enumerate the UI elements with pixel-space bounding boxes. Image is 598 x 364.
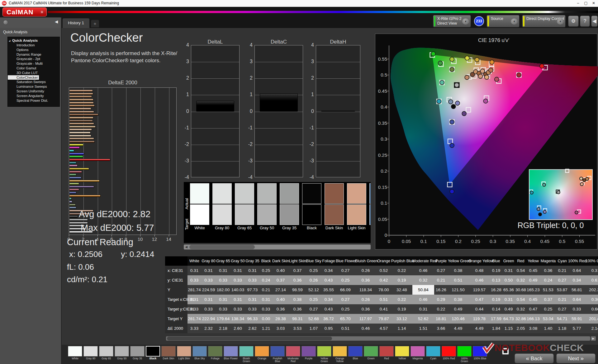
deltae-bar [69, 128, 92, 131]
next-button[interactable]: Next » [556, 353, 596, 363]
patch-swatch-button[interactable]: Cyan [426, 346, 440, 360]
meter-count-badge[interactable]: 233 [474, 16, 484, 26]
minimize-button[interactable]: – [574, 0, 582, 6]
table-cell: 140.03 [230, 285, 245, 295]
patch-swatch-button[interactable]: Gray 35 [130, 346, 145, 360]
sidebar-item[interactable]: ColorChecker [8, 75, 39, 80]
deltae-bar [69, 177, 81, 179]
patch-swatch-button[interactable]: Yellow Green [317, 346, 331, 363]
gridline [191, 161, 239, 161]
sidebar-item[interactable]: 3D Cube LUT [8, 71, 59, 75]
xy-readout: x: 0.2506 y: 0.2414 [69, 250, 154, 259]
patch-swatch-button[interactable]: 100% Red [442, 346, 456, 360]
table-scrollbar[interactable]: ▶ [166, 336, 590, 341]
sidebar-item[interactable]: Options [8, 48, 59, 52]
patch-color [255, 346, 269, 357]
sidebar-item[interactable]: Screen Uniformity [8, 89, 59, 94]
patch-swatch-button[interactable]: Light Skin [177, 346, 191, 360]
patch-swatch-button[interactable]: Foliage [208, 346, 222, 360]
table-cell: 78.00 [376, 285, 391, 295]
patch-strip-scrollbar[interactable]: ◀ [184, 245, 371, 250]
calman-menu-button[interactable]: CalMAN ▼ [2, 7, 47, 16]
table-cell: 64.73 [502, 314, 515, 324]
scrollbar-thumb[interactable] [167, 337, 332, 340]
meter-dropdown[interactable]: X-Rite i1Pro 2 Direct View ▼ [433, 15, 471, 27]
y-tick-label: 3 [303, 59, 314, 64]
column-header: Yellow [526, 256, 540, 266]
target-swatch [212, 204, 232, 225]
deltae-bar [69, 156, 83, 158]
patch-swatch-button[interactable]: Orange Yellow [333, 346, 347, 363]
sidebar-item[interactable]: Dynamic Range [8, 52, 59, 57]
table-cell: 0.95 [321, 324, 336, 333]
sidebar-collapse-icon[interactable]: ◀ [55, 19, 58, 24]
inset-measured-marker [557, 190, 560, 194]
patch-label: Gray 35 [130, 357, 145, 360]
patch-swatch-button[interactable]: 100% Green [457, 346, 472, 363]
patch-swatch-button[interactable]: Blue Flower [224, 346, 238, 360]
sidebar-item[interactable]: Saturation Sweeps [8, 80, 59, 84]
current-reading-heading: Current Reading [67, 237, 133, 247]
patch-swatch-button[interactable]: Gray 65 [99, 346, 113, 360]
patch-swatch-button[interactable]: Dark Skin [161, 346, 176, 360]
sidebar-item[interactable]: Color Gamut [8, 66, 59, 71]
patch-swatch-button[interactable]: Yellow [395, 346, 409, 360]
scroll-left-icon[interactable]: ◀ [184, 245, 189, 250]
sidebar-item[interactable]: Spectral Power Dist. [8, 98, 59, 103]
swatch-label: Black [302, 226, 321, 230]
patch-swatch-button[interactable]: Blue Sky [192, 346, 207, 360]
table-cell: 0.47 [468, 295, 490, 304]
y-tick-label: -4 [303, 175, 314, 180]
workflow-dot-button[interactable] [3, 20, 8, 25]
add-tab-button[interactable]: + [91, 20, 99, 27]
table-cell: 201.49 [586, 314, 598, 324]
sidebar-item[interactable]: Grayscale - 2pt [8, 57, 59, 61]
patch-swatch-button[interactable]: Green [364, 346, 378, 360]
table-cell: 2.14 [586, 324, 598, 333]
patch-swatch-button[interactable]: Purple [301, 346, 316, 360]
patch-swatch-button[interactable]: Bluish Green [239, 346, 254, 363]
patch-swatch-button[interactable]: Orange [255, 346, 269, 360]
help-button[interactable]: ? [580, 16, 590, 27]
deltae-bar [69, 138, 94, 140]
back-button[interactable]: « Back [515, 353, 554, 363]
panel-collapse-button[interactable]: ◀ [591, 16, 598, 27]
patch-swatch-button[interactable]: Magenta [411, 346, 425, 360]
y-tick-label: 1 [241, 92, 253, 97]
patch-label: Yellow [395, 357, 409, 360]
table-cell: 66.09 [336, 285, 355, 295]
tab-history-1[interactable]: History 1 [62, 18, 90, 28]
sidebar-item[interactable]: Introduction [8, 43, 59, 48]
scrollbar-thumb[interactable] [189, 245, 255, 249]
patch-label: 100% Green [457, 357, 472, 363]
column-header: Cyan [556, 256, 568, 266]
swatch-label: Gray 65 [235, 226, 254, 230]
display-control-dropdown[interactable]: Direct Display Control ▼ [522, 15, 566, 27]
sidebar-item[interactable]: Grayscale - Multi [8, 61, 59, 66]
patch-swatch-button[interactable]: Blue [348, 346, 363, 360]
patch-swatch-button[interactable]: Moderate Red [286, 346, 300, 363]
patch-swatch-button[interactable]: Gray 50 [115, 346, 129, 360]
source-dropdown[interactable]: Source ▼ [486, 15, 520, 27]
table-cell: 0.61 [586, 275, 598, 285]
patch-swatch-button[interactable]: Black [146, 346, 160, 360]
inset-measured-marker [580, 182, 584, 186]
tree-root-quick-analysis[interactable]: Quick Analysis [8, 38, 59, 43]
table-cell: 0.47 [526, 304, 540, 314]
patch-color [301, 346, 316, 357]
patch-label: Blue Sky [192, 357, 207, 360]
table-cell: 97.73 [245, 285, 260, 295]
settings-button[interactable]: ⚙ [568, 16, 579, 27]
patch-swatch-button[interactable]: White [68, 346, 82, 360]
patch-swatch-button[interactable]: Red [379, 346, 394, 360]
patch-swatch-button[interactable]: Gray 80 [83, 346, 98, 360]
sidebar-item[interactable]: Luminance Sweeps [8, 84, 59, 89]
scroll-right-icon[interactable]: ▶ [591, 336, 596, 341]
display-control-status-bar [523, 16, 524, 26]
patch-swatch-button[interactable]: Purplish Blue [270, 346, 285, 363]
close-button[interactable]: ✕ [590, 0, 597, 6]
svg-text:0.35: 0.35 [378, 120, 387, 126]
sidebar-item[interactable]: Screen Angularity [8, 94, 59, 98]
maximize-button[interactable]: ▢ [582, 0, 590, 6]
window-title-bar: CM CalMAN 2017 CalMAN Ultimate for Busin… [0, 0, 598, 7]
